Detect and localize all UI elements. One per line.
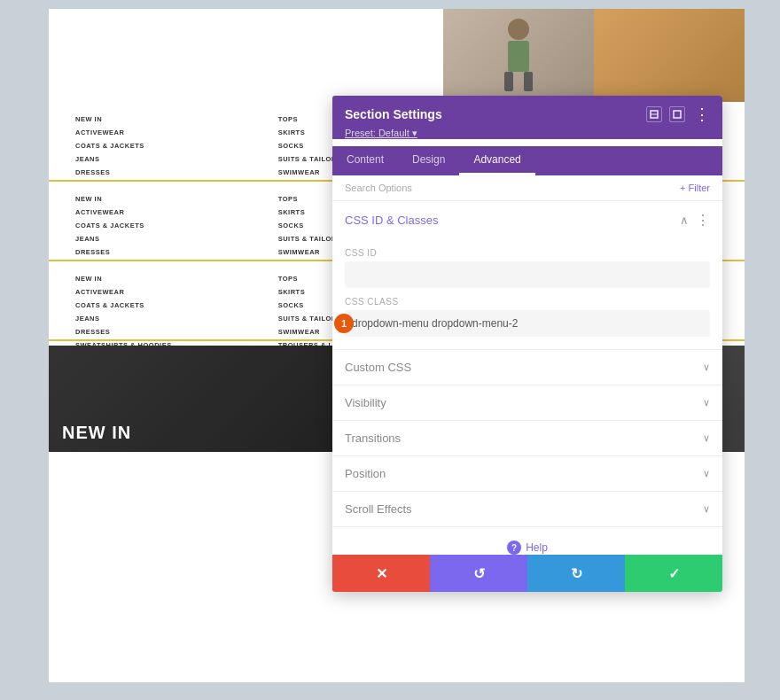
- css-class-label: CSS Class: [345, 297, 710, 307]
- menu-item: JEANS: [75, 155, 172, 163]
- svg-rect-3: [524, 72, 533, 91]
- css-id-classes-section: CSS ID & Classes ∧ ⋮ CSS ID CSS Class 1: [332, 201, 722, 350]
- svg-rect-2: [504, 72, 513, 91]
- search-options-bar: Search Options + Filter: [332, 175, 722, 201]
- scroll-effects-section: Scroll Effects ∨: [332, 492, 722, 527]
- menu-item: ACTIVEWEAR: [75, 128, 172, 136]
- menu-col-3-left: NEW IN ACTIVEWEAR COATS & JACKETS JEANS …: [75, 275, 172, 349]
- css-id-classes-title: CSS ID & Classes: [345, 214, 438, 227]
- scroll-effects-chevron: ∨: [703, 503, 710, 515]
- panel-header-top: Section Settings ⋮: [345, 105, 710, 124]
- menu-item: NEW IN: [75, 115, 172, 123]
- css-id-label: CSS ID: [345, 248, 710, 258]
- custom-css-chevron: ∨: [703, 362, 710, 373]
- panel-actions: ✕ ↺ ↻ ✓: [332, 555, 722, 592]
- custom-css-header[interactable]: Custom CSS ∨: [332, 350, 722, 385]
- menu-item: DRESSES: [75, 328, 172, 336]
- help-icon: ?: [507, 541, 521, 555]
- undo-button[interactable]: ↺: [430, 555, 527, 592]
- menu-item: COATS & JACKETS: [75, 142, 172, 150]
- scroll-effects-header[interactable]: Scroll Effects ∨: [332, 492, 722, 526]
- svg-rect-1: [508, 41, 529, 72]
- redo-button[interactable]: ↻: [527, 555, 625, 592]
- help-text: Help: [526, 541, 548, 554]
- menu-item: COATS & JACKETS: [75, 301, 172, 309]
- menu-item: ACTIVEWEAR: [75, 288, 172, 296]
- top-image-section: [49, 9, 745, 102]
- tab-design[interactable]: Design: [398, 146, 459, 175]
- expand-icon[interactable]: [646, 106, 662, 122]
- position-title: Position: [345, 467, 386, 480]
- save-button[interactable]: ✓: [625, 555, 722, 592]
- menu-col-1-left: NEW IN ACTIVEWEAR COATS & JACKETS JEANS …: [75, 115, 172, 190]
- help-section[interactable]: ? Help: [332, 527, 722, 556]
- header-right-icons: ∧ ⋮: [680, 212, 710, 229]
- css-class-input[interactable]: [345, 310, 710, 337]
- panel-tabs: Content Design Advanced: [332, 146, 722, 175]
- transitions-title: Transitions: [345, 432, 401, 445]
- css-id-input[interactable]: [345, 261, 710, 288]
- panel-preset: Preset: Default ▾: [345, 128, 710, 139]
- scroll-effects-title: Scroll Effects: [345, 502, 412, 516]
- menu-item: ACTIVEWEAR: [75, 208, 172, 216]
- transitions-section: Transitions ∨: [332, 421, 722, 456]
- more-options-icon[interactable]: ⋮: [696, 212, 710, 229]
- panel-header: Section Settings ⋮ Preset: Default ▾: [332, 96, 722, 139]
- position-section: Position ∨: [332, 456, 722, 492]
- custom-css-title: Custom CSS: [345, 361, 411, 374]
- top-image-right: [443, 9, 745, 102]
- panel-header-icons: ⋮: [646, 105, 710, 124]
- panel-body[interactable]: CSS ID & Classes ∧ ⋮ CSS ID CSS Class 1: [332, 201, 722, 556]
- chevron-up-icon: ∧: [680, 214, 689, 227]
- position-header[interactable]: Position ∨: [332, 456, 722, 491]
- filter-button[interactable]: + Filter: [680, 183, 710, 193]
- panel-more-icon[interactable]: ⋮: [694, 105, 710, 124]
- custom-css-section: Custom CSS ∨: [332, 350, 722, 385]
- search-options-label: Search Options: [345, 183, 412, 193]
- settings-panel: Section Settings ⋮ Preset: Default ▾ Con…: [332, 96, 722, 592]
- hero-image-2: [594, 9, 745, 102]
- menu-item: NEW IN: [75, 275, 172, 283]
- svg-rect-6: [674, 111, 681, 118]
- tab-advanced[interactable]: Advanced: [459, 146, 534, 175]
- transitions-chevron: ∨: [703, 432, 710, 444]
- transitions-header[interactable]: Transitions ∨: [332, 421, 722, 455]
- css-fields: CSS ID CSS Class 1: [332, 248, 722, 349]
- badge-1: 1: [334, 314, 354, 333]
- css-id-classes-header[interactable]: CSS ID & Classes ∧ ⋮: [332, 201, 722, 239]
- menu-item: NEW IN: [75, 195, 172, 203]
- position-chevron: ∨: [703, 468, 710, 479]
- menu-item: JEANS: [75, 235, 172, 243]
- css-class-wrapper: 1: [345, 310, 710, 337]
- new-in-label: NEW IN: [62, 423, 131, 443]
- top-image-left: [49, 9, 443, 102]
- hero-image-1: [443, 9, 594, 102]
- cancel-button[interactable]: ✕: [332, 555, 430, 592]
- window-icon[interactable]: [669, 106, 685, 122]
- menu-item: JEANS: [75, 315, 172, 323]
- svg-point-0: [508, 19, 529, 40]
- canvas: NEW IN ACTIVEWEAR COATS & JACKETS JEANS …: [0, 0, 780, 700]
- panel-title: Section Settings: [345, 107, 442, 121]
- tab-content[interactable]: Content: [332, 146, 398, 175]
- menu-item: COATS & JACKETS: [75, 222, 172, 229]
- visibility-title: Visibility: [345, 396, 386, 409]
- menu-item: DRESSES: [75, 168, 172, 176]
- visibility-section: Visibility ∨: [332, 385, 722, 421]
- menu-col-2-left: NEW IN ACTIVEWEAR COATS & JACKETS JEANS …: [75, 195, 172, 269]
- visibility-header[interactable]: Visibility ∨: [332, 385, 722, 420]
- menu-item: DRESSES: [75, 248, 172, 256]
- visibility-chevron: ∨: [703, 397, 710, 408]
